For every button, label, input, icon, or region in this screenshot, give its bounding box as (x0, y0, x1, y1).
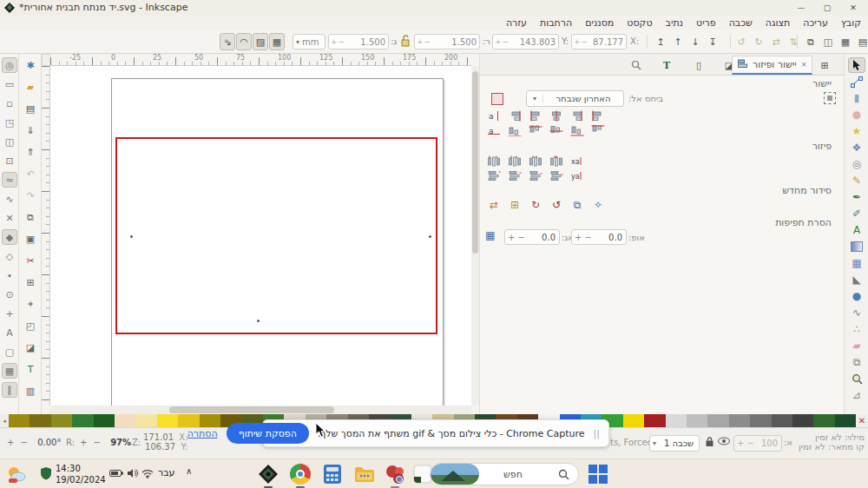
vertical-scrollbar[interactable] (471, 66, 479, 406)
no-color-icon[interactable]: ✕ (856, 414, 868, 427)
red-rectangle-object[interactable] (115, 137, 437, 334)
scale-corners-toggle[interactable]: ◠ (236, 33, 252, 50)
palette-swatch-30[interactable] (644, 414, 665, 427)
tab-close-icon[interactable]: ✕ (801, 61, 807, 69)
tab-text[interactable]: T (656, 56, 677, 75)
vertical-ruler[interactable] (42, 66, 50, 406)
distribute-right-edges[interactable] (527, 154, 544, 168)
graph-layout-button[interactable]: ⇄ (485, 198, 503, 212)
palette-swatch-37[interactable] (792, 414, 813, 427)
center-horizontal-axis[interactable] (548, 123, 565, 137)
close-button[interactable]: ✕ (840, 0, 866, 16)
menu-item-0[interactable]: קובץ (841, 17, 861, 29)
distribute-centers-v[interactable] (506, 168, 523, 182)
rotate-cw-button[interactable]: ↻ (751, 33, 766, 50)
remove-overlaps-button[interactable]: ▦ (485, 229, 501, 241)
palette-swatch-4[interactable] (94, 414, 115, 427)
snap-page-border[interactable]: ▢ (2, 344, 17, 359)
copy-icon[interactable]: ⧉ (23, 209, 38, 225)
align-top-to-bottom-edge[interactable] (589, 123, 607, 137)
align-bottom-to-top-edge[interactable] (506, 123, 523, 137)
tool-zoom[interactable] (848, 371, 865, 386)
tool-node[interactable] (848, 74, 865, 89)
align-right-to-left-edge[interactable] (506, 109, 523, 122)
tool-3dbox[interactable]: ❖ (848, 140, 865, 155)
clone-icon[interactable]: ✦ (23, 296, 38, 312)
taskbar-app-files[interactable] (353, 463, 376, 485)
scale-pattern-toggle[interactable]: ▦ (269, 33, 285, 50)
tool-select[interactable] (848, 57, 865, 73)
export-icon[interactable]: ⇑ (23, 144, 38, 160)
zoom-spinner[interactable]: + − 97% (80, 438, 131, 447)
objects-dialog-button[interactable]: ▤ (855, 33, 868, 50)
palette-swatch-31[interactable] (666, 414, 687, 427)
x-field[interactable]: +−87.177 (571, 34, 627, 49)
minimize-button[interactable]: — (788, 0, 814, 16)
distribute-gaps-h[interactable] (548, 154, 565, 168)
tool-ellipse[interactable]: ● (848, 107, 865, 122)
distribute-left-edges[interactable] (485, 154, 503, 168)
redo-icon[interactable]: ↷ (23, 188, 38, 203)
rotation-spinner[interactable]: + − 0.00° (7, 438, 61, 447)
align-text-anchors-h[interactable]: a (485, 109, 503, 122)
palette-swatch-35[interactable] (750, 414, 771, 427)
center-vertical-axis[interactable] (548, 109, 565, 122)
rotate-ccw-button[interactable]: ↺ (733, 33, 749, 50)
distribute-bottom-edges[interactable] (527, 168, 544, 182)
menu-item-4[interactable]: פריט (696, 17, 716, 29)
palette-swatch-38[interactable] (813, 414, 834, 427)
security-shield-icon[interactable] (40, 466, 52, 483)
palette-swatch-33[interactable] (707, 414, 728, 427)
lower-to-bottom-button[interactable]: ↧ (705, 33, 720, 50)
tool-star[interactable]: ★ (848, 123, 865, 139)
group-icon[interactable]: ◰ (23, 318, 38, 333)
snap-master[interactable]: ◎ (2, 57, 17, 73)
tool-text[interactable]: A (848, 222, 865, 238)
exchange-stacking-button[interactable]: ↺ (548, 198, 565, 212)
tool-bezier[interactable]: ✒ (848, 189, 865, 205)
exchange-positions-button[interactable]: ⊞ (506, 198, 523, 212)
import-icon[interactable]: ⇓ (23, 122, 38, 138)
open-folder-icon[interactable]: ▰ (23, 79, 38, 95)
move-as-group-icon[interactable] (824, 92, 836, 104)
cut-icon[interactable]: ✂ (23, 253, 38, 268)
palette-swatch-1[interactable] (30, 414, 50, 427)
unclump-button[interactable]: ✧ (589, 198, 607, 212)
tool-measure[interactable]: ⊿ (848, 387, 865, 403)
menu-item-6[interactable]: טקסט (627, 17, 652, 29)
height-field[interactable]: +−1.500 (328, 34, 389, 49)
layer-visibility-icon[interactable] (718, 437, 730, 447)
taskbar-search-box[interactable]: חפש (430, 463, 579, 485)
dot-object-bottom[interactable] (257, 320, 260, 322)
clock[interactable]: 14:3019/02/2024 (56, 463, 106, 485)
menu-item-1[interactable]: עריכה (803, 17, 828, 29)
y-field[interactable]: +−143.803 (492, 34, 559, 49)
tool-gradient[interactable] (848, 239, 865, 254)
tool-connector[interactable]: ⧉ (848, 354, 865, 370)
drag-handle[interactable]: || (594, 428, 600, 439)
snap-bbox-centers[interactable]: ⊡ (2, 153, 17, 168)
fill-stroke-icon[interactable]: ◪ (23, 340, 38, 355)
snap-smooth-nodes[interactable]: ◇ (2, 248, 17, 264)
palette-swatch-36[interactable] (772, 414, 792, 427)
distribute-centers-h[interactable] (506, 154, 523, 168)
distribute-text-anchors-h[interactable]: xa (569, 154, 586, 168)
snap-intersections[interactable]: ✕ (2, 210, 17, 226)
menu-item-7[interactable]: מסננים (585, 17, 614, 29)
tool-spray[interactable]: ∴ (848, 321, 865, 337)
snap-bbox[interactable]: ▭ (2, 76, 17, 92)
dot-object-left[interactable] (130, 235, 133, 238)
menu-item-2[interactable]: תצוגה (766, 17, 790, 29)
relative-to-dropdown[interactable]: ▾ האחרון שנבחר (526, 90, 624, 107)
horizontal-ruler[interactable]: -250255075100125150175200 (50, 54, 471, 66)
snap-grid[interactable]: ▦ (2, 363, 17, 379)
flip-horizontal-button[interactable]: ⇄ (768, 33, 784, 50)
menu-item-3[interactable]: שכבה (729, 17, 753, 29)
undo-icon[interactable]: ↶ (23, 166, 38, 181)
volume-icon[interactable] (127, 468, 138, 481)
print-icon[interactable]: ▤ (23, 101, 38, 116)
snap-cusp-nodes[interactable]: ◆ (2, 229, 17, 245)
taskbar-overflow-chevron[interactable]: ∧ (186, 466, 192, 476)
vertical-gap-field[interactable]: + −0.0 (504, 229, 560, 245)
hide-link[interactable]: הסתרה (187, 428, 218, 439)
